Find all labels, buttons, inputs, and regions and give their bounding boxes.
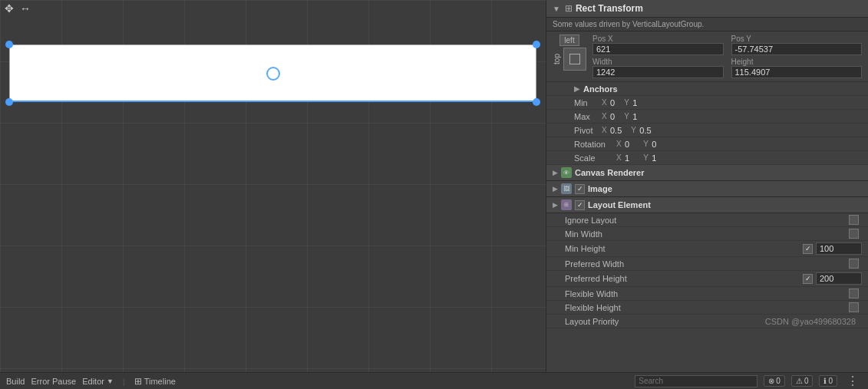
- preferred-height-checkbox[interactable]: [803, 274, 813, 284]
- ignore-layout-checkbox[interactable]: [849, 215, 859, 225]
- timeline-label[interactable]: Timeline: [144, 377, 176, 386]
- rotation-row: Rotation X 0 Y 0: [546, 137, 868, 151]
- scale-x-label: X: [616, 153, 622, 162]
- editor-label[interactable]: Editor: [82, 377, 104, 386]
- preferred-width-checkbox[interactable]: [849, 259, 859, 269]
- build-item[interactable]: Build: [6, 377, 25, 386]
- height-label: Height: [731, 58, 863, 66]
- info-badge[interactable]: ℹ 0: [819, 375, 837, 387]
- handle-bottom-left[interactable]: [5, 98, 13, 106]
- rotation-y: Y 0: [643, 140, 656, 149]
- rect-transform-icon: ⊞: [565, 3, 573, 14]
- bottom-search-input[interactable]: [635, 375, 757, 387]
- preferred-width-row: Preferred Width: [546, 257, 868, 271]
- flexible-width-checkbox[interactable]: [849, 288, 859, 298]
- anchor-inner-rect: [569, 54, 580, 64]
- error-pause-label[interactable]: Error Pause: [31, 377, 76, 386]
- watermark-text: CSDN @yao499680328: [765, 317, 862, 326]
- anchors-max-y-val: 1: [632, 112, 637, 121]
- anchors-collapse-icon[interactable]: ▶: [574, 84, 580, 93]
- anchor-selector[interactable]: left top: [553, 35, 586, 71]
- anchor-label[interactable]: left: [559, 35, 579, 46]
- image-enabled-checkbox[interactable]: [575, 184, 585, 194]
- image-arrow[interactable]: ▶: [553, 185, 558, 193]
- warning-badge[interactable]: ⚠ 0: [791, 375, 814, 387]
- anchors-max-row: Max X 0 Y 1: [546, 110, 868, 124]
- rotation-x-label: X: [616, 140, 622, 148]
- preferred-height-label: Preferred Height: [553, 274, 803, 283]
- layout-element-header[interactable]: ▶ ⊞ Layout Element: [546, 197, 868, 213]
- rotation-y-val: 0: [652, 140, 656, 149]
- scale-y: Y 1: [643, 153, 656, 163]
- editor-item[interactable]: Editor ▼: [82, 377, 114, 386]
- canvas-renderer-title: Canvas Renderer: [575, 168, 645, 177]
- anchors-title: Anchors: [583, 84, 618, 94]
- error-pause-item[interactable]: Error Pause: [31, 377, 76, 386]
- flexible-height-row: Flexible Height: [546, 301, 868, 315]
- warning-badge-count: 0: [804, 377, 809, 385]
- rect-transform-header: ▼ ⊞ Rect Transform: [546, 0, 868, 18]
- anchor-preview[interactable]: [563, 48, 586, 71]
- pivot-x-label: X: [602, 126, 608, 134]
- handle-top-left[interactable]: [5, 41, 13, 48]
- flexible-height-checkbox[interactable]: [849, 302, 859, 312]
- layout-element-arrow[interactable]: ▶: [553, 201, 558, 209]
- handle-bottom-right[interactable]: [533, 98, 540, 106]
- ui-rect[interactable]: [9, 45, 536, 102]
- canvas-renderer-header[interactable]: ▶ 👁 Canvas Renderer: [546, 165, 868, 181]
- rotation-x-val: 0: [625, 140, 629, 149]
- rotation-x: X 0: [616, 140, 629, 149]
- scale-label: Scale: [574, 153, 616, 163]
- pos-x-label: Pos X: [592, 35, 724, 43]
- right-panel: ▼ ⊞ Rect Transform Some values driven by…: [546, 0, 868, 372]
- anchors-min-x-val: 0: [610, 98, 615, 107]
- flexible-width-row: Flexible Width: [546, 287, 868, 301]
- separator: |: [123, 377, 125, 386]
- min-width-checkbox[interactable]: [849, 229, 859, 239]
- min-height-checkbox[interactable]: [803, 244, 813, 254]
- flexible-width-label: Flexible Width: [553, 289, 849, 298]
- preferred-height-row: Preferred Height: [546, 271, 868, 287]
- image-title: Image: [588, 184, 612, 193]
- error-badge[interactable]: ⊗ 0: [764, 375, 785, 387]
- canvas-renderer-arrow[interactable]: ▶: [553, 169, 558, 176]
- main-area: ✥ ↔ ▼ ⊞ Rect Transform Some values drive…: [0, 0, 868, 372]
- build-label[interactable]: Build: [6, 377, 25, 386]
- pos-y-input[interactable]: [731, 43, 863, 55]
- image-icon: 🖼: [561, 183, 572, 194]
- width-label: Width: [592, 58, 724, 66]
- anchors-min-fields: X 0 Y 1: [602, 98, 637, 107]
- flexible-height-label: Flexible Height: [553, 303, 849, 312]
- pivot-y-val: 0.5: [639, 126, 651, 135]
- info-message: Some values driven by VerticalLayoutGrou…: [546, 18, 868, 31]
- ignore-layout-label: Ignore Layout: [553, 216, 849, 225]
- scale-x-val: 1: [625, 153, 629, 163]
- pivot-fields: X 0.5 Y 0.5: [602, 126, 652, 135]
- rect-transform-collapse-icon[interactable]: ▼: [553, 5, 560, 13]
- timeline-item[interactable]: ⊞ Timeline: [134, 376, 176, 387]
- handle-top-right[interactable]: [533, 41, 540, 48]
- layout-element-enabled-checkbox[interactable]: [575, 200, 585, 210]
- hand-tool-icon[interactable]: ✥: [3, 1, 15, 16]
- anchors-title-row: ▶ Anchors: [546, 82, 868, 96]
- min-height-input[interactable]: [816, 242, 862, 255]
- preferred-height-input[interactable]: [816, 272, 862, 285]
- more-options-icon[interactable]: ⋮: [843, 374, 862, 388]
- scale-y-label: Y: [643, 153, 649, 162]
- layout-element-title: Layout Element: [588, 200, 651, 209]
- editor-dropdown-icon[interactable]: ▼: [107, 377, 114, 385]
- pos-x-field: Pos X: [592, 35, 724, 55]
- layout-priority-label: Layout Priority: [553, 317, 765, 326]
- min-height-label: Min Height: [553, 244, 803, 253]
- height-input[interactable]: [731, 66, 863, 78]
- pos-x-input[interactable]: [592, 43, 724, 55]
- anchors-min-row: Min X 0 Y 1: [546, 96, 868, 110]
- pivot-row: Pivot X 0.5 Y 0.5: [546, 124, 868, 137]
- scale-fields: X 1 Y 1: [616, 153, 656, 163]
- width-input[interactable]: [592, 66, 724, 78]
- anchors-max-y-label: Y: [624, 112, 630, 120]
- rotation-y-label: Y: [643, 140, 649, 148]
- move-tool-icon[interactable]: ↔: [18, 1, 32, 16]
- image-header[interactable]: ▶ 🖼 Image: [546, 181, 868, 197]
- bottom-bar: Build Error Pause Editor ▼ | ⊞ Timeline …: [0, 372, 868, 389]
